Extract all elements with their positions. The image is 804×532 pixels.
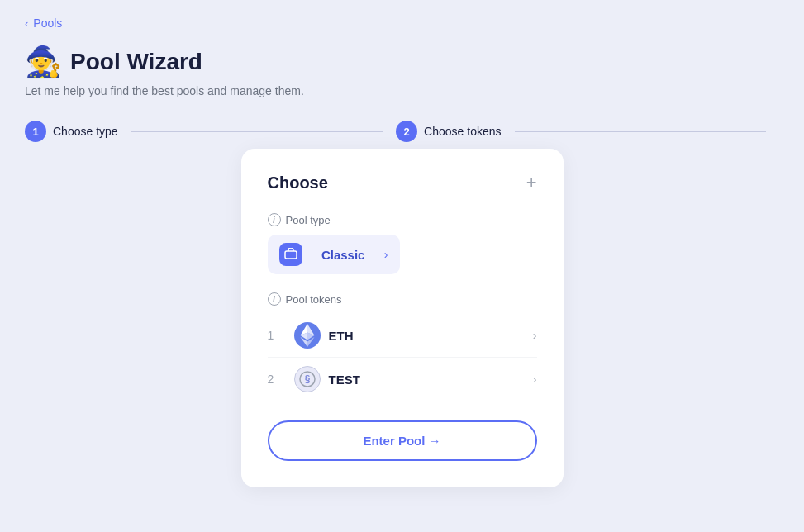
pool-type-label-text: Pool type bbox=[286, 214, 331, 226]
token-row-test[interactable]: 2 § TEST › bbox=[268, 358, 537, 401]
eth-chevron-icon: › bbox=[533, 329, 537, 342]
back-link[interactable]: ‹ Pools bbox=[25, 17, 62, 30]
pool-type-name: Classic bbox=[311, 248, 376, 262]
token-row-eth[interactable]: 1 ETH › bbox=[268, 314, 537, 358]
page-header: 🧙 Pool Wizard bbox=[25, 45, 779, 79]
step-1: 1 Choose type bbox=[25, 121, 118, 142]
page-subtitle: Let me help you find the best pools and … bbox=[25, 84, 779, 97]
test-symbol: TEST bbox=[329, 373, 533, 387]
step-line bbox=[131, 131, 383, 132]
eth-logo-icon bbox=[294, 322, 321, 349]
page-title: Pool Wizard bbox=[70, 49, 202, 75]
svg-text:§: § bbox=[304, 373, 310, 385]
wizard-card: Choose + i Pool type Classic › i Pool to… bbox=[241, 149, 564, 487]
pool-tokens-info-icon: i bbox=[268, 292, 281, 306]
pool-tokens-label-text: Pool tokens bbox=[286, 293, 342, 306]
step-2: 2 Choose tokens bbox=[396, 121, 501, 142]
token-1-num: 1 bbox=[268, 329, 284, 342]
step-1-number: 1 bbox=[25, 121, 46, 142]
step-1-label: Choose type bbox=[53, 125, 118, 138]
pool-type-label-row: i Pool type bbox=[268, 213, 537, 226]
classic-icon bbox=[279, 243, 302, 266]
card-header: Choose + bbox=[268, 172, 537, 193]
pool-type-chevron-icon: › bbox=[384, 248, 388, 261]
svg-rect-0 bbox=[285, 251, 297, 259]
page: ‹ Pools 🧙 Pool Wizard Let me help you fi… bbox=[0, 0, 804, 183]
test-chevron-icon: › bbox=[533, 373, 537, 386]
pool-tokens-label-row: i Pool tokens bbox=[268, 292, 537, 306]
card-plus-button[interactable]: + bbox=[526, 172, 537, 193]
token-2-num: 2 bbox=[268, 373, 284, 386]
wizard-icon: 🧙 bbox=[25, 45, 62, 79]
test-logo-icon: § bbox=[294, 366, 321, 392]
back-label: Pools bbox=[33, 17, 62, 30]
back-chevron-icon: ‹ bbox=[25, 17, 28, 30]
step-2-number: 2 bbox=[396, 121, 417, 142]
step-2-label: Choose tokens bbox=[424, 125, 501, 138]
stepper: 1 Choose type 2 Choose tokens bbox=[25, 121, 779, 142]
enter-pool-button[interactable]: Enter Pool → bbox=[268, 420, 537, 461]
step-line-2 bbox=[515, 131, 767, 132]
card-title: Choose bbox=[268, 173, 328, 192]
pool-type-button[interactable]: Classic › bbox=[268, 235, 400, 274]
pool-type-info-icon: i bbox=[268, 213, 281, 226]
eth-symbol: ETH bbox=[329, 329, 533, 343]
